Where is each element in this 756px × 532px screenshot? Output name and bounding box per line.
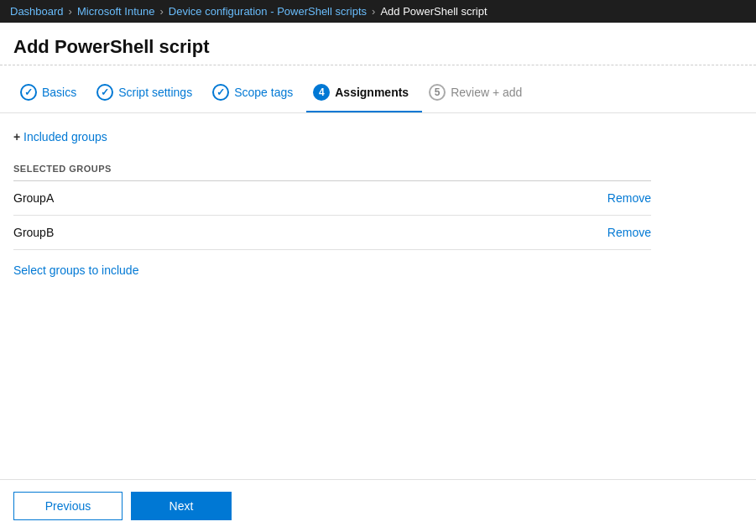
step-script-settings-label: Script settings: [118, 86, 192, 99]
remove-group-a-button[interactable]: Remove: [607, 191, 651, 205]
step-basics-label: Basics: [42, 86, 76, 99]
breadcrumb-intune[interactable]: Microsoft Intune: [77, 5, 155, 18]
breadcrumb-sep-2: ›: [159, 5, 163, 18]
check-icon-2: [101, 86, 109, 98]
step-basics[interactable]: Basics: [13, 76, 90, 112]
included-groups-toggle[interactable]: + Included groups: [13, 130, 743, 143]
step-basics-icon: [20, 84, 37, 101]
step-review-add-label: Review + add: [451, 86, 522, 99]
groups-table: SELECTED GROUPS GroupA Remove GroupB Rem…: [13, 157, 651, 250]
remove-group-b-button[interactable]: Remove: [607, 226, 651, 239]
step-assignments[interactable]: 4 Assignments: [306, 76, 422, 112]
next-button[interactable]: Next: [131, 492, 232, 520]
check-icon: [24, 86, 33, 98]
breadcrumb-sep-3: ›: [372, 5, 375, 18]
content-area: + Included groups SELECTED GROUPS GroupA…: [0, 113, 756, 290]
breadcrumb-dashboard[interactable]: Dashboard: [10, 5, 64, 18]
step-assignments-icon: 4: [313, 84, 330, 101]
step-scope-tags[interactable]: Scope tags: [206, 76, 306, 112]
step-scope-tags-label: Scope tags: [234, 86, 293, 99]
step-review-add-number: 5: [435, 86, 441, 98]
breadcrumb: Dashboard › Microsoft Intune › Device co…: [0, 0, 756, 23]
table-header-groups: SELECTED GROUPS: [13, 157, 455, 181]
step-assignments-label: Assignments: [335, 86, 409, 99]
breadcrumb-current: Add PowerShell script: [380, 5, 487, 18]
group-name-b: GroupB: [13, 216, 455, 250]
table-row: GroupB Remove: [13, 216, 651, 250]
breadcrumb-sep-1: ›: [69, 5, 72, 18]
wizard-steps: Basics Script settings Scope tags 4 Assi…: [0, 65, 756, 113]
step-script-settings-icon: [96, 84, 113, 101]
step-script-settings[interactable]: Script settings: [90, 76, 206, 112]
previous-button[interactable]: Previous: [13, 492, 123, 520]
check-icon-3: [216, 86, 225, 98]
breadcrumb-device-config[interactable]: Device configuration - PowerShell script…: [169, 5, 367, 18]
group-name-a: GroupA: [13, 181, 455, 216]
step-assignments-number: 4: [319, 86, 325, 98]
footer: Previous Next: [0, 479, 756, 532]
page-title: Add PowerShell script: [0, 23, 756, 65]
table-row: GroupA Remove: [13, 181, 651, 216]
step-review-add-icon: 5: [429, 84, 446, 101]
plus-sign: +: [13, 130, 20, 143]
select-groups-link[interactable]: Select groups to include: [13, 263, 138, 277]
step-review-add[interactable]: 5 Review + add: [422, 76, 535, 112]
included-groups-label: Included groups: [23, 130, 107, 143]
step-scope-tags-icon: [212, 84, 229, 101]
